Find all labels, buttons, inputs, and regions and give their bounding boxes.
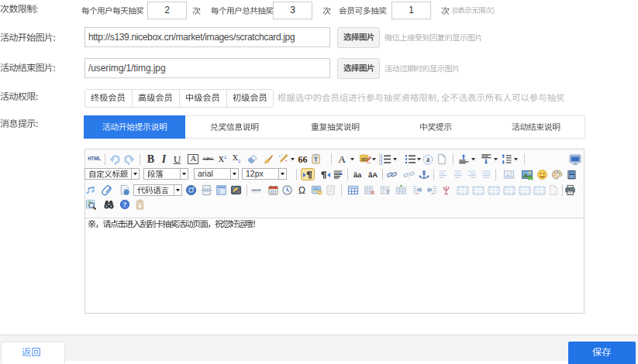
svg-text:3: 3	[380, 162, 382, 165]
svg-text:?: ?	[122, 201, 126, 208]
